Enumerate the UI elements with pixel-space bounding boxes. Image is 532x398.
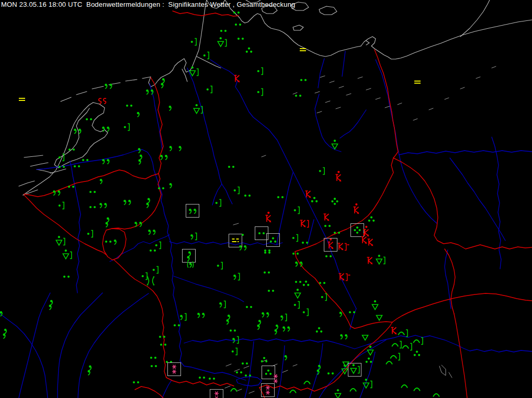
wx-comma2v-icon [183, 249, 196, 263]
wx-comma2-icon [148, 230, 155, 235]
wx-k-icon [368, 239, 373, 246]
wx-dot-bracket-icon [294, 302, 300, 309]
wx-k-icon [305, 191, 311, 198]
wx-dots2-icon [63, 276, 70, 278]
wx-k-dot-icon [354, 203, 359, 214]
wx-dot-bracket-icon [303, 309, 309, 316]
wx-arc-bracket-icon [413, 338, 423, 345]
wx-comma2v-icon [257, 320, 261, 329]
wx-dots4-icon [331, 198, 338, 205]
wx-dots2-icon [242, 362, 248, 365]
wx-comma2-icon [160, 155, 167, 160]
wx-arc-icon [231, 389, 237, 392]
wx-shower-dot-bracket-icon [56, 236, 65, 245]
wx-k-bracket-dash-icon [338, 243, 349, 251]
weather-map: MON 23.05.16 18:00 UTC Bodenwettermeldun… [0, 0, 532, 398]
wx-arc-icon [304, 381, 310, 384]
wx-shower-dot-bracket-icon [376, 255, 385, 264]
wx-comma2-icon [105, 84, 112, 89]
wx-comma-icon [169, 183, 172, 188]
wx-dots2-icon [264, 249, 270, 252]
wx-dots2-icon [126, 105, 132, 107]
map-svg [0, 0, 532, 398]
wx-shower-dot-bracket-icon [194, 104, 202, 113]
wx-dots2-icon [236, 371, 242, 373]
wx-comma2v-icon [227, 314, 230, 324]
wx-comma2v-icon [49, 300, 53, 310]
wx-shower-dot-icon [368, 346, 373, 355]
wx-shower-icon [377, 315, 382, 321]
wx-dot-bracket-icon [294, 207, 300, 214]
wx-comma-icon [114, 240, 117, 245]
wx-dots3-icon [368, 217, 375, 222]
wx-comma2-icon [99, 203, 107, 208]
wx-dots2-icon [150, 249, 156, 252]
wx-dot-bracket-icon [87, 231, 93, 237]
wx-dots2-icon [235, 24, 241, 26]
wx-k-icon [367, 257, 373, 265]
wx-dot-bracket-icon [216, 200, 221, 207]
wx-dots2-icon [199, 377, 205, 379]
wx-k-dot-icon [361, 233, 367, 244]
wx-k-bracket-dash-icon [339, 274, 350, 281]
wx-arc-icon [401, 385, 408, 388]
wx-dots2-icon [277, 196, 284, 198]
wx-comma2-icon [197, 313, 205, 318]
wx-shower-dot-bracket-icon [189, 66, 198, 76]
wx-dot-bracket-icon [59, 202, 64, 209]
wx-dot-bracket-icon [292, 235, 298, 242]
wx-dots2-icon [209, 378, 215, 380]
wx-dots2-icon [158, 187, 164, 189]
wx-dots3-icon [246, 48, 253, 53]
wx-dots2-icon [319, 282, 325, 284]
wx-dots2-icon [82, 159, 88, 161]
wx-snow2-icon [210, 390, 223, 398]
wx-dot-bracket-icon [217, 263, 223, 269]
wx-fog-broken-icon [229, 234, 242, 247]
wx-comma2-icon [262, 312, 269, 317]
wx-comma-icon [179, 146, 182, 151]
wx-dots2-icon [268, 290, 274, 292]
wx-comma2v-icon [3, 328, 7, 338]
wx-arc-icon [414, 388, 420, 391]
wx-comma-icon [169, 146, 172, 151]
wx-dots3-icon [262, 366, 275, 379]
wx-arc-bracket-icon [402, 344, 412, 350]
wx-dots2-icon [300, 79, 307, 81]
wx-shower-dot-icon [332, 140, 338, 149]
wx-shower-dot-icon [372, 300, 378, 310]
wx-dots2-icon [325, 255, 332, 257]
wx-shower-dot-bracket-icon [348, 363, 361, 377]
wx-dots2-icon [133, 381, 139, 383]
wx-dots2-icon [159, 336, 165, 338]
wx-dots3-icon [414, 351, 421, 356]
wx-dots2-icon [89, 206, 96, 208]
wx-dots3-icon [366, 358, 372, 363]
wx-dots2-icon [255, 227, 268, 240]
wx-comma-bracket-icon [233, 274, 240, 280]
wx-dots2-icon [349, 311, 355, 313]
wx-dot-bracket-icon [321, 294, 327, 301]
wx-dots2-icon [245, 374, 251, 377]
wx-dots2-icon [220, 30, 227, 32]
wx-comma2-icon [186, 204, 199, 218]
wx-comma2v-icon [106, 217, 109, 227]
wx-comma-icon [137, 112, 140, 117]
wx-k-icon [324, 214, 330, 221]
wx-comma-icon [339, 312, 342, 317]
wx-comma2v-icon [146, 198, 150, 208]
wx-k-dot-icon [336, 171, 342, 182]
wx-dot-bracket-icon [155, 242, 161, 249]
wx-dot-bracket-icon [207, 86, 212, 93]
wx-dot-bracket-icon [257, 68, 263, 75]
wx-dot-bracket-icon [124, 124, 130, 131]
wx-comma-icon [169, 106, 172, 111]
coastline-layer [19, 0, 532, 195]
wx-shower-dot-icon [295, 289, 301, 298]
wx-dots2-icon [302, 242, 308, 244]
wx-comma-bracket-icon [280, 314, 287, 321]
wx-dot-bracket-icon [153, 267, 159, 274]
wx-arc-icon [350, 389, 356, 392]
wx-comma2-icon [123, 200, 131, 205]
wx-comma2-icon [282, 326, 290, 332]
